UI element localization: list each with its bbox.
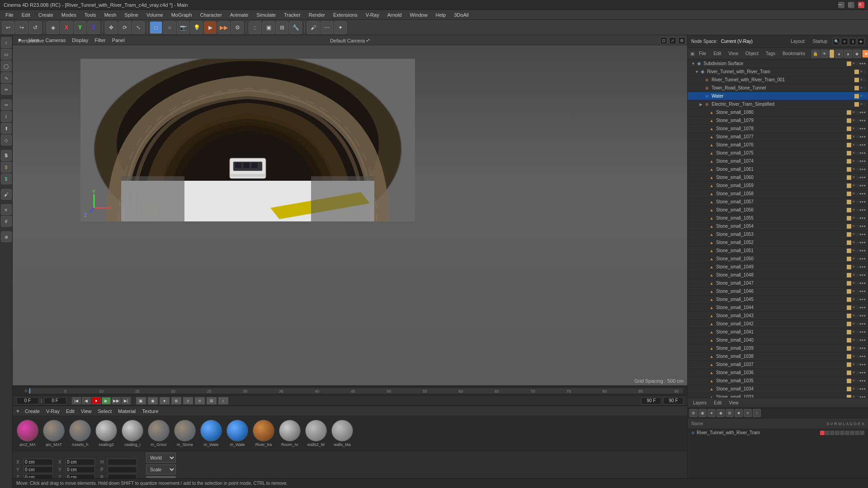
menu-animate[interactable]: Animate bbox=[226, 11, 252, 19]
play-mode-btn2[interactable]: ◉ bbox=[148, 397, 158, 404]
props-tab-edit[interactable]: Edit bbox=[711, 50, 724, 57]
menu-window[interactable]: Window bbox=[406, 11, 431, 19]
tree-item-stone-14[interactable]: ▲ Stone_small_1054 ✕ :: ●●● bbox=[688, 222, 868, 230]
play-mode-btn8[interactable]: ↕ bbox=[218, 397, 228, 404]
material-item-rivertra[interactable]: River_tra bbox=[252, 420, 275, 447]
tree-item-stone-15[interactable]: ▲ Stone_small_1053 ✕ :: ●●● bbox=[688, 230, 868, 239]
mat-menu-texture[interactable]: Texture bbox=[140, 408, 160, 414]
tree-item-stone-18[interactable]: ▲ Stone_small_1050 ✕ :: ●●● bbox=[688, 255, 868, 263]
toolbar-snap[interactable]: 🔧 bbox=[289, 21, 302, 34]
tool-select-rect[interactable]: ▭ bbox=[1, 49, 12, 60]
pos-x-input[interactable] bbox=[24, 459, 53, 465]
tree-item-stone-33[interactable]: ▲ Stone_small_1035 ✕ :: ●●● bbox=[688, 377, 868, 385]
toolbar-light[interactable]: 💡 bbox=[190, 21, 203, 34]
tool-select-lasso[interactable]: ∿ bbox=[1, 72, 12, 83]
layer-icon1[interactable]: ⊕ bbox=[689, 409, 698, 417]
tree-item-stone-34[interactable]: ▲ Stone_small_1034 ✕ :: ●●● bbox=[688, 385, 868, 393]
close-button[interactable]: ✕ bbox=[858, 2, 864, 8]
menu-arnold[interactable]: Arnold bbox=[384, 11, 406, 19]
layer-icon6[interactable]: ■ bbox=[735, 409, 743, 417]
play-button[interactable]: ▶ bbox=[102, 397, 111, 404]
toolbar-move[interactable]: ✥ bbox=[105, 21, 118, 34]
tool-grid2[interactable]: # bbox=[1, 216, 12, 227]
vp-menu-display[interactable]: Display bbox=[70, 37, 90, 43]
tool-pen[interactable]: ✏ bbox=[1, 84, 12, 95]
props-tab-tags[interactable]: Tags bbox=[763, 50, 778, 57]
tool-extrude[interactable]: ⬆ bbox=[1, 123, 12, 134]
coord-system-select[interactable]: World Object Camera bbox=[146, 453, 176, 463]
menu-mesh[interactable]: Mesh bbox=[100, 11, 120, 19]
goto-end-button[interactable]: ▶| bbox=[122, 397, 131, 404]
toolbar-cube[interactable]: □ bbox=[150, 21, 162, 34]
toolbar-redo[interactable]: ↪ bbox=[15, 21, 28, 34]
play-mode-btn1[interactable]: ▣ bbox=[136, 397, 146, 404]
toolbar-camera[interactable]: 📷 bbox=[177, 21, 189, 34]
toolbar-render2[interactable]: ▶▶ bbox=[217, 21, 230, 34]
props-icon-eye[interactable]: 👁 bbox=[821, 50, 829, 58]
menu-mograph[interactable]: MoGraph bbox=[168, 11, 196, 19]
tool-cut[interactable]: ✂ bbox=[1, 99, 12, 110]
end-frame-input1[interactable] bbox=[641, 397, 661, 404]
vp-menu-cameras[interactable]: Cameras bbox=[44, 37, 68, 43]
end-frame-input2[interactable] bbox=[663, 397, 684, 404]
filter-icon[interactable]: ≡ bbox=[841, 38, 848, 45]
toolbar-rotate-left[interactable]: ↺ bbox=[29, 21, 42, 34]
bottom-tab-layers[interactable]: Layers bbox=[691, 399, 708, 406]
menu-render[interactable]: Render bbox=[305, 11, 329, 19]
minimize-button[interactable]: ─ bbox=[838, 2, 844, 8]
tool-select-circle[interactable]: ◯ bbox=[1, 61, 12, 71]
tree-item-stone-28[interactable]: ▲ Stone_small_1040 ✕ :: ●●● bbox=[688, 336, 868, 344]
tree-item-stone-0[interactable]: ▲ Stone_small_1080 ✕ :: ●●● bbox=[688, 108, 868, 117]
vp-menu-panel[interactable]: Panel bbox=[110, 37, 127, 43]
menu-vray[interactable]: V-Ray bbox=[362, 11, 383, 19]
tree-item-stone-6[interactable]: ▲ Stone_small_1074 ✕ :: ●●● bbox=[688, 157, 868, 165]
tool-snap2[interactable]: ⊕ bbox=[1, 231, 12, 242]
record-button[interactable]: ● bbox=[92, 397, 101, 404]
vp-menu-filter[interactable]: Filter bbox=[93, 37, 107, 43]
star-icon[interactable]: ★ bbox=[857, 38, 864, 45]
tree-item-stone-30[interactable]: ▲ Stone_small_1038 ✕ :: ●●● bbox=[688, 352, 868, 361]
menu-file[interactable]: File bbox=[2, 11, 17, 19]
menu-simulate[interactable]: Simulate bbox=[253, 11, 279, 19]
vp-maximize-icon[interactable]: ⤢ bbox=[669, 37, 676, 44]
layer-icon5[interactable]: ⊞ bbox=[726, 409, 734, 417]
tree-item-stone-7[interactable]: ▲ Stone_small_1061 ✕ :: ●●● bbox=[688, 165, 868, 174]
tree-item-stone-26[interactable]: ▲ Stone_small_1042 ✕ :: ●●● bbox=[688, 320, 868, 328]
material-item-mstone[interactable]: m_Stone bbox=[174, 420, 196, 447]
bottom-tab-view[interactable]: View bbox=[727, 399, 741, 406]
scale-p-input[interactable] bbox=[108, 466, 137, 473]
timeline[interactable]: 0 0 5 10 15 20 25 30 35 40 45 50 55 bbox=[13, 385, 687, 395]
tree-item-stone-10[interactable]: ▲ Stone_small_1058 ✕ :: ●●● bbox=[688, 190, 868, 198]
toolbar-grid[interactable]: :: bbox=[249, 21, 261, 34]
tree-item-water[interactable]: ≋ Water ✕ :: bbox=[688, 92, 868, 100]
rot-y-input[interactable] bbox=[66, 466, 95, 473]
toolbar-y-axis[interactable]: Y bbox=[74, 21, 86, 34]
maximize-button[interactable]: □ bbox=[848, 2, 854, 8]
tree-item-stone-9[interactable]: ▲ Stone_small_1059 ✕ :: ●●● bbox=[688, 182, 868, 190]
tree-item-tram[interactable]: ▶ ⊕ Electric_River_Tram_Simplified ✕ :: bbox=[688, 100, 868, 108]
vp-settings-icon[interactable]: ⚙ bbox=[678, 37, 685, 44]
play-mode-btn7[interactable]: ⊞ bbox=[207, 397, 217, 404]
goto-start-button[interactable]: |◀ bbox=[72, 397, 81, 404]
pos-y-input[interactable] bbox=[24, 466, 53, 473]
material-item-wallsma[interactable]: walls_Ma bbox=[331, 420, 354, 447]
tree-item-stone-22[interactable]: ▲ Stone_small_1046 ✕ :: ●●● bbox=[688, 287, 868, 296]
tool-s[interactable]: S bbox=[1, 150, 12, 161]
tool-knife[interactable]: ⌇ bbox=[1, 111, 12, 122]
mat-menu-view[interactable]: View bbox=[79, 408, 94, 414]
bottom-tab-edit[interactable]: Edit bbox=[712, 399, 723, 406]
tree-item-stone-3[interactable]: ▲ Stone_small_1077 ✕ :: ●●● bbox=[688, 133, 868, 141]
material-item-mwater1[interactable]: m_Wate bbox=[200, 420, 222, 447]
toolbar-view1[interactable]: ▣ bbox=[262, 21, 275, 34]
search-icon[interactable]: 🔍 bbox=[833, 38, 840, 45]
step-back-button[interactable]: ◀ bbox=[82, 397, 91, 404]
fps-input[interactable] bbox=[44, 397, 66, 404]
tree-item-river-tunnel[interactable]: ▼ ◈ River_Tunnel_with_River_Tram ✕ :: bbox=[688, 68, 868, 76]
step-forward-button[interactable]: ▶▶ bbox=[112, 397, 121, 404]
info-icon[interactable]: ℹ bbox=[849, 38, 856, 45]
tree-item-stone-35[interactable]: ▲ Stone_small_1033 ✕ :: ●●● bbox=[688, 393, 868, 398]
toolbar-x-axis[interactable]: X bbox=[60, 21, 73, 34]
play-mode-btn5[interactable]: ♬ bbox=[183, 397, 193, 404]
timeline-track[interactable]: 0 5 10 15 20 25 30 35 40 45 50 55 60 65 … bbox=[29, 388, 684, 394]
rot-x-input[interactable] bbox=[66, 459, 95, 465]
